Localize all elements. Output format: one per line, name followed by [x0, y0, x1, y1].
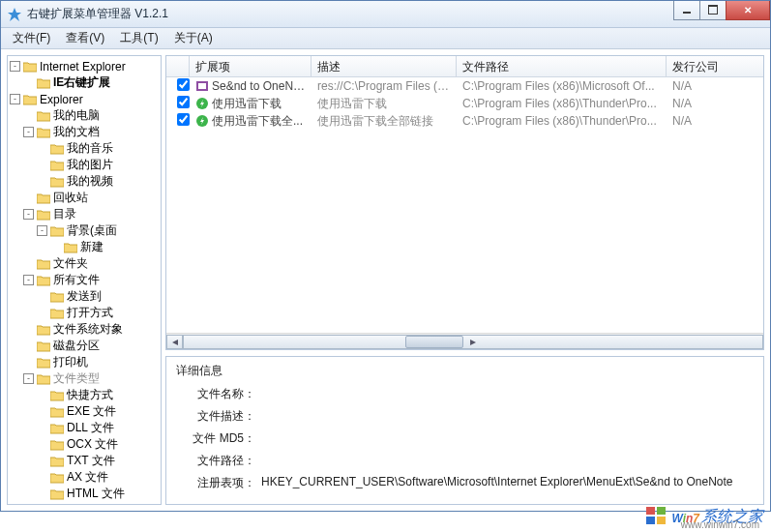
scroll-right-icon[interactable]: ▸	[183, 335, 763, 349]
collapse-icon[interactable]: -	[10, 61, 20, 72]
detail-label: 文件描述：	[176, 408, 261, 425]
collapse-icon[interactable]: -	[37, 225, 47, 236]
menu-about[interactable]: 关于(A)	[166, 28, 221, 48]
tree-node-shortcut[interactable]: 快捷方式	[37, 387, 161, 403]
folder-icon	[50, 176, 64, 188]
folder-icon	[50, 423, 64, 434]
folder-icon	[37, 357, 50, 369]
folder-icon	[37, 340, 50, 352]
tree-node-txt[interactable]: TXT 文件	[37, 453, 161, 469]
tree-node-exe[interactable]: EXE 文件	[37, 403, 161, 420]
horizontal-scrollbar[interactable]: ◂ ▸	[166, 333, 763, 349]
tree-node-new[interactable]: 新建	[50, 239, 161, 255]
row-desc: 使用迅雷下载	[311, 96, 457, 112]
tree-node-ie[interactable]: -Internet Explorer	[10, 58, 161, 74]
col-publisher[interactable]: 发行公司	[667, 56, 763, 76]
list-body[interactable]: Se&nd to OneNoteres://C:\Program Files (…	[166, 77, 763, 333]
collapse-icon[interactable]: -	[23, 127, 34, 137]
app-window: 右键扩展菜单管理器 V1.2.1 文件(F) 查看(V) 工具(T) 关于(A)…	[0, 0, 771, 512]
detail-row-md5: 文件 MD5：	[176, 428, 754, 450]
row-publisher: N/A	[667, 114, 763, 128]
tree-node-recycle[interactable]: 回收站	[23, 190, 161, 206]
folder-icon	[50, 308, 64, 319]
maximize-button[interactable]	[699, 1, 727, 20]
detail-label: 文件 MD5：	[176, 430, 261, 447]
thunder-icon	[195, 97, 209, 110]
ext-name: 使用迅雷下载全...	[212, 114, 303, 128]
tree-node-openwith[interactable]: 打开方式	[37, 305, 161, 321]
tree-node-mycomputer[interactable]: 我的电脑	[23, 107, 161, 124]
row-desc: res://C:\Program Files (x...	[311, 79, 457, 93]
folder-open-icon	[37, 209, 50, 221]
detail-value	[261, 408, 754, 425]
row-path: C:\Program Files (x86)\Microsoft Of...	[457, 79, 667, 93]
table-row[interactable]: 使用迅雷下载使用迅雷下载C:\Program Files (x86)\Thund…	[166, 95, 763, 112]
tree-node-sendto[interactable]: 发送到	[37, 288, 161, 305]
onenote-icon	[195, 79, 209, 93]
col-filepath[interactable]: 文件路径	[457, 56, 667, 76]
tree-node-mypics[interactable]: 我的图片	[37, 157, 161, 173]
folder-open-icon	[50, 225, 64, 237]
tree-node-background[interactable]: -背景(桌面	[37, 222, 161, 239]
tree-node-allfiles[interactable]: -所有文件	[23, 272, 161, 288]
collapse-icon[interactable]: -	[23, 209, 34, 220]
titlebar[interactable]: 右键扩展菜单管理器 V1.2.1	[1, 1, 770, 28]
tree-node-mymusic[interactable]: 我的音乐	[37, 140, 161, 157]
folder-open-icon	[23, 61, 37, 73]
tree-node-catalog[interactable]: -目录	[23, 206, 161, 222]
tree-node-mydocs[interactable]: -我的文档	[23, 124, 161, 140]
tree-node-printer[interactable]: 打印机	[23, 354, 161, 370]
tree-node-filetype[interactable]: -文件类型	[23, 370, 161, 387]
table-row[interactable]: 使用迅雷下载全...使用迅雷下载全部链接C:\Program Files (x8…	[166, 112, 763, 130]
collapse-icon[interactable]: -	[10, 94, 20, 104]
folder-icon	[50, 439, 64, 451]
tree-node-filesysobj[interactable]: 文件系统对象	[23, 321, 161, 338]
table-row[interactable]: Se&nd to OneNoteres://C:\Program Files (…	[166, 77, 763, 95]
menu-tools[interactable]: 工具(T)	[112, 28, 165, 48]
tree-node-ie-ext[interactable]: IE右键扩展	[23, 74, 161, 91]
folder-open-icon	[23, 94, 37, 105]
row-path: C:\Program Files (x86)\Thunder\Pro...	[457, 97, 667, 110]
detail-title: 详细信息	[176, 363, 754, 379]
svg-rect-6	[657, 507, 666, 515]
close-button[interactable]	[726, 1, 770, 20]
collapse-icon[interactable]: -	[23, 373, 34, 384]
scroll-left-icon[interactable]: ◂	[166, 335, 183, 349]
scroll-thumb[interactable]	[405, 336, 463, 348]
col-checkbox[interactable]	[166, 56, 190, 76]
menu-view[interactable]: 查看(V)	[58, 28, 112, 48]
minimize-button[interactable]	[673, 1, 700, 20]
tree-panel[interactable]: -Internet Explorer IE右键扩展 -Explorer 我的电脑…	[7, 55, 162, 505]
col-description[interactable]: 描述	[311, 56, 457, 76]
windows-logo-icon	[644, 505, 669, 528]
row-checkbox[interactable]	[177, 96, 190, 108]
menu-file[interactable]: 文件(F)	[5, 28, 58, 48]
row-publisher: N/A	[667, 97, 763, 110]
window-title: 右键扩展菜单管理器 V1.2.1	[27, 6, 674, 22]
list-header: 扩展项 描述 文件路径 发行公司	[166, 56, 763, 77]
tree-node-dll[interactable]: DLL 文件	[37, 420, 161, 436]
col-extension[interactable]: 扩展项	[190, 56, 311, 76]
tree-node-diskpart[interactable]: 磁盘分区	[23, 338, 161, 354]
svg-marker-0	[8, 8, 21, 21]
row-desc: 使用迅雷下载全部链接	[311, 113, 457, 130]
folder-icon	[64, 242, 77, 253]
detail-row-name: 文件名称：	[176, 383, 754, 405]
collapse-icon[interactable]: -	[23, 275, 34, 285]
tree-node-explorer[interactable]: -Explorer	[10, 91, 161, 107]
row-checkbox[interactable]	[177, 78, 190, 91]
watermark: Win7 系统之家 www.winwin7.com	[644, 505, 763, 528]
folder-icon	[50, 160, 64, 171]
tree-node-ocx[interactable]: OCX 文件	[37, 436, 161, 453]
tree-node-folder[interactable]: 文件夹	[23, 255, 161, 272]
tree-node-html[interactable]: HTML 文件	[37, 486, 161, 502]
ext-name: Se&nd to OneNote	[212, 79, 310, 93]
menubar: 文件(F) 查看(V) 工具(T) 关于(A)	[1, 28, 770, 49]
detail-value: HKEY_CURRENT_USER\Software\Microsoft\Int…	[261, 475, 754, 491]
tree-node-ax[interactable]: AX 文件	[37, 469, 161, 486]
detail-label: 注册表项：	[176, 475, 261, 491]
row-checkbox[interactable]	[177, 113, 190, 126]
tree-node-myvideo[interactable]: 我的视频	[37, 173, 161, 190]
row-publisher: N/A	[667, 79, 763, 93]
svg-rect-2	[198, 83, 206, 89]
